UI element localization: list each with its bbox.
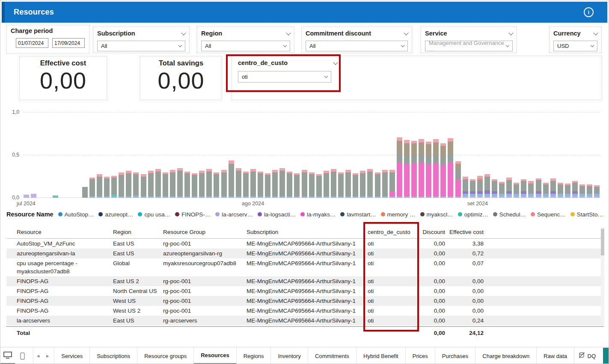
bar[interactable]	[331, 169, 336, 198]
column-header-subscription[interactable]: Subscription	[247, 227, 368, 237]
column-header-region[interactable]: Region	[113, 227, 163, 237]
bar[interactable]	[389, 170, 395, 198]
bar[interactable]	[353, 173, 358, 198]
charge-period-start-input[interactable]	[16, 38, 48, 48]
bar[interactable]	[133, 172, 139, 198]
bar[interactable]	[579, 184, 585, 198]
desktop-icon[interactable]	[0, 347, 15, 364]
tab-prices[interactable]: Prices	[405, 347, 435, 364]
bar[interactable]	[419, 139, 424, 198]
tab-services[interactable]: Services	[54, 347, 89, 364]
legend-item[interactable]: StartSto…	[570, 211, 603, 218]
bar[interactable]	[309, 172, 315, 198]
bar[interactable]	[104, 177, 110, 198]
bar[interactable]	[155, 169, 161, 198]
bar[interactable]	[550, 178, 556, 198]
chevron-down-icon[interactable]	[181, 30, 186, 35]
bar[interactable]	[221, 170, 227, 198]
table-scrollbar[interactable]	[601, 227, 604, 326]
bar[interactable]	[294, 173, 300, 198]
service-dropdown[interactable]: Management and Governance ...	[425, 41, 513, 51]
bar[interactable]	[463, 177, 468, 198]
legend-item[interactable]: optimiz…	[458, 211, 488, 218]
bar[interactable]	[89, 178, 95, 198]
bar[interactable]	[82, 187, 88, 198]
bar[interactable]	[97, 174, 102, 198]
scrollbar-thumb[interactable]	[601, 229, 604, 255]
chevron-down-icon[interactable]	[593, 30, 598, 35]
bar[interactable]	[360, 171, 365, 198]
chevron-down-icon[interactable]	[404, 30, 408, 35]
bar[interactable]	[279, 168, 285, 198]
bar[interactable]	[170, 170, 175, 198]
legend-item[interactable]: lavmstart…	[340, 211, 376, 218]
bar[interactable]	[229, 160, 234, 198]
tab-purchases[interactable]: Purchases	[435, 347, 475, 364]
tab-regions[interactable]: Regions	[236, 347, 271, 364]
chevron-down-icon[interactable]	[286, 30, 291, 35]
bar[interactable]	[302, 170, 307, 198]
bar[interactable]	[163, 172, 168, 198]
legend-item[interactable]: memory …	[381, 211, 416, 218]
bar[interactable]	[287, 172, 292, 198]
bar[interactable]	[324, 171, 329, 198]
bar[interactable]	[470, 179, 475, 198]
bar[interactable]	[258, 172, 263, 198]
bar[interactable]	[558, 183, 563, 198]
table-row[interactable]: la-arcserversEast USrg-arcserversME-MngE…	[6, 316, 603, 326]
prev-page-icon[interactable]: ◀	[33, 354, 43, 358]
legend-item[interactable]: AutoStop…	[58, 211, 94, 218]
bar[interactable]	[367, 169, 373, 198]
bar[interactable]	[148, 171, 154, 198]
bar[interactable]	[484, 174, 490, 198]
legend-item[interactable]: la-logsacti…	[258, 211, 296, 218]
bar[interactable]	[572, 181, 578, 198]
table-row[interactable]: FINOPS-AGNorth Central USrg-poc-001ME-Mn…	[6, 286, 603, 296]
bar[interactable]	[411, 141, 417, 198]
bar[interactable]	[192, 173, 197, 198]
bar[interactable]	[499, 182, 505, 198]
tab-resource-groups[interactable]: Resource groups	[137, 347, 193, 364]
bar[interactable]	[272, 170, 278, 198]
column-header-resource[interactable]: Resource	[17, 227, 113, 237]
bar[interactable]	[236, 168, 241, 198]
tab-charge-breakdown[interactable]: Charge breakdown	[475, 347, 536, 364]
info-icon[interactable]: i	[584, 7, 594, 17]
bar[interactable]	[440, 143, 446, 198]
bar[interactable]	[243, 172, 249, 198]
bar[interactable]	[536, 178, 541, 198]
bar[interactable]	[316, 174, 322, 198]
table-row[interactable]: FINOPS-AGEast US 2rg-poc-001ME-MngEnvMCA…	[6, 276, 603, 286]
bar[interactable]	[214, 172, 219, 198]
bar[interactable]	[587, 184, 592, 198]
column-header-effective-cost[interactable]: Effective cost	[448, 227, 486, 237]
bar[interactable]	[382, 170, 388, 198]
charge-period-end-input[interactable]	[52, 38, 85, 48]
tab-subscriptions[interactable]: Subscriptions	[89, 347, 137, 364]
chevron-down-icon[interactable]	[508, 30, 513, 35]
bar[interactable]	[521, 179, 526, 198]
bar[interactable]	[250, 169, 256, 198]
bar[interactable]	[514, 183, 519, 198]
bar[interactable]	[492, 179, 497, 198]
bar[interactable]	[426, 142, 431, 198]
bar[interactable]	[199, 171, 205, 198]
bar[interactable]	[177, 168, 183, 198]
table-row[interactable]: AutoStop_VM_AzFuncEast USrg-poc-001ME-Mn…	[6, 239, 603, 249]
bar[interactable]	[543, 183, 549, 198]
bar[interactable]	[433, 139, 439, 198]
bar[interactable]	[528, 181, 534, 198]
tab-inventory[interactable]: Inventory	[270, 347, 307, 364]
bar[interactable]	[448, 138, 453, 198]
bar[interactable]	[455, 161, 461, 198]
bar[interactable]	[565, 183, 570, 198]
bar[interactable]	[126, 171, 131, 198]
tab-hybrid-benefit[interactable]: Hybrid Benefit	[356, 347, 405, 364]
tab-raw-data[interactable]: Raw data	[536, 347, 574, 364]
table-row[interactable]: FINOPS-AGWest US 2rg-poc-001ME-MngEnvMCA…	[6, 306, 603, 316]
bar[interactable]	[141, 174, 146, 198]
legend-item[interactable]: cpu usa…	[138, 211, 170, 218]
bar[interactable]	[265, 173, 270, 198]
table-row[interactable]: azureoptengarsilvan-laEast USazureopteng…	[6, 249, 603, 258]
bar[interactable]	[506, 178, 512, 198]
